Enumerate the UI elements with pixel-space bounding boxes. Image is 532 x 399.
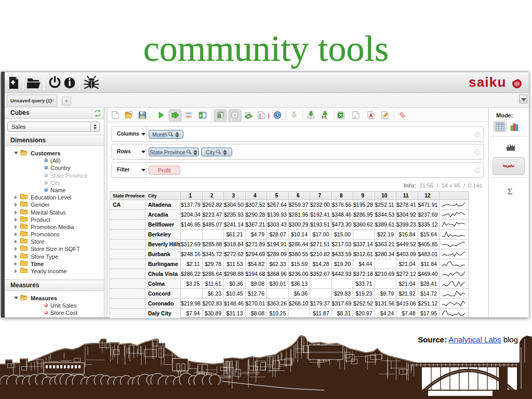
svg-text:[..]: [..] (259, 114, 270, 119)
svg-text:,: , (354, 112, 356, 118)
svg-text:saiku: saiku (469, 77, 507, 89)
